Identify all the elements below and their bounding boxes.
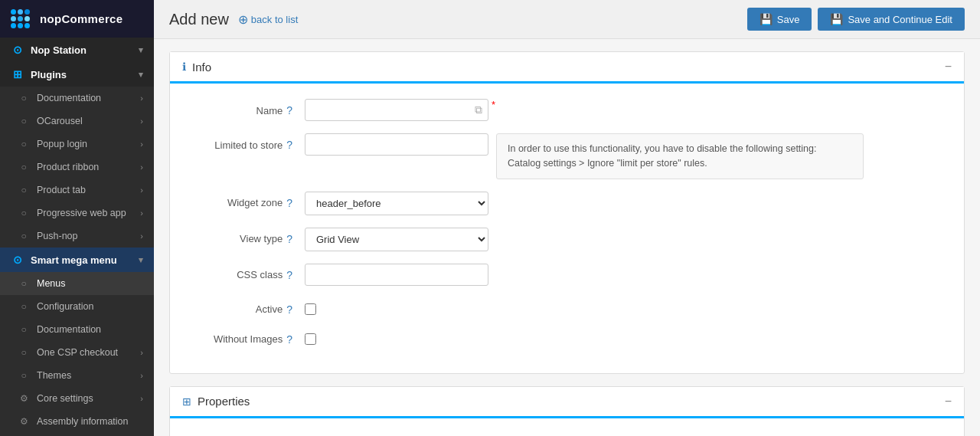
without-images-help-icon[interactable]: ? [286,333,292,346]
circle-icon: ○ [17,324,31,335]
without-images-label: Without Images ? [182,328,305,346]
css-class-field-group: CSS class ? [182,264,952,286]
circle-icon: ○ [17,116,31,126]
limited-to-store-label-text: Limited to store [214,139,283,151]
without-images-label-text: Without Images [214,333,283,345]
sidebar-item-documentation[interactable]: ○ Documentation › [0,87,154,110]
properties-panel: ⊞ Properties − Save menu first to add it… [169,386,965,437]
widget-zone-label-text: Widget zone [227,197,283,208]
sidebar-item-themes[interactable]: ○ Themes › [0,364,154,387]
limited-to-store-field-group: Limited to store ? In order to use this … [182,133,952,179]
limited-store-help-icon[interactable]: ? [286,139,292,151]
sidebar-item-label: Documentation [37,324,101,335]
name-input[interactable] [305,99,488,121]
smart-menu-icon: ⊙ [11,254,24,266]
sidebar: nopCommerce ⊙ Nop Station ▾ ⊞ Plugins ▾ … [0,0,154,436]
info-panel-collapse-button[interactable]: − [945,60,952,74]
properties-panel-title: ⊞ Properties [182,395,250,408]
sidebar-item-label: Push-nop [37,231,78,241]
circle-icon: ○ [17,301,31,312]
sidebar-item-nop-station[interactable]: ⊙ Nop Station ▾ [0,38,154,62]
limited-to-store-input[interactable] [305,133,488,156]
save-continue-button[interactable]: 💾 Save and Continue Edit [818,8,965,31]
circle-icon: ○ [17,162,31,172]
sidebar-item-product-tab[interactable]: ○ Product tab › [0,179,154,202]
circle-icon: ○ [17,93,31,103]
chevron-down-icon: ▾ [139,70,143,80]
sidebar-item-label: Smart mega menu [31,254,117,266]
sidebar-item-label: OCarousel [37,116,83,126]
sidebar-header: nopCommerce [0,0,154,38]
chevron-right-icon: › [140,116,143,126]
back-arrow-icon: ⊕ [238,12,248,27]
widget-zone-help-icon[interactable]: ? [286,197,292,209]
chevron-right-icon: › [140,231,143,241]
css-class-input[interactable] [305,264,488,286]
active-checkbox[interactable] [305,303,316,315]
gear-icon: ⚙ [17,416,31,427]
circle-icon: ○ [17,347,31,358]
chevron-right-icon: › [140,348,143,357]
sidebar-item-label: Plugins [31,69,67,80]
sidebar-item-configuration[interactable]: ○ Configuration [0,295,154,318]
css-class-label-text: CSS class [237,269,283,280]
sidebar-item-label: Popup login [37,139,87,149]
main-content: Add new ⊕ back to list 💾 Save 💾 Save and… [154,0,980,436]
sidebar-item-assembly-information[interactable]: ⚙ Assembly information [0,410,154,433]
save-icon: 💾 [760,13,773,25]
info-panel-title: ℹ Info [182,61,211,74]
topbar: Add new ⊕ back to list 💾 Save 💾 Save and… [154,0,980,39]
grid-icon: ⊞ [182,395,191,408]
sidebar-item-menus[interactable]: ○ Menus [0,272,154,295]
info-panel-header: ℹ Info − [170,52,964,84]
sidebar-item-progressive-web-app[interactable]: ○ Progressive web app › [0,202,154,225]
sidebar-item-label: One CSP checkout [37,347,118,358]
sidebar-item-popup-login[interactable]: ○ Popup login › [0,133,154,156]
properties-panel-header: ⊞ Properties − [170,387,964,418]
save-label: Save [777,14,800,25]
active-field-group: Active ? [182,298,952,316]
sidebar-item-label: Progressive web app [37,208,126,218]
view-type-select[interactable]: Grid View List View [305,228,488,251]
chevron-down-icon: ▾ [139,255,143,265]
sidebar-item-product-ribbon[interactable]: ○ Product ribbon › [0,156,154,179]
active-help-icon[interactable]: ? [286,303,292,316]
name-help-icon[interactable]: ? [286,104,292,116]
sidebar-item-label: Menus [37,278,66,289]
gear-icon: ⚙ [17,393,31,404]
nop-station-icon: ⊙ [11,44,24,56]
without-images-checkbox[interactable] [305,333,316,345]
chevron-right-icon: › [140,93,143,103]
view-type-field-group: View type ? Grid View List View [182,228,952,251]
info-panel: ℹ Info − Name ? ⧉ * [169,51,965,374]
sidebar-item-core-settings[interactable]: ⚙ Core settings › [0,387,154,410]
save-button[interactable]: 💾 Save [747,8,812,31]
topbar-left: Add new ⊕ back to list [169,11,298,28]
sidebar-item-plugins[interactable]: ⊞ Plugins ▾ [0,62,154,87]
chevron-down-icon: ▾ [139,45,143,55]
copy-icon[interactable]: ⧉ [475,103,482,116]
properties-panel-collapse-button[interactable]: − [945,395,952,408]
active-label-text: Active [256,303,283,315]
chevron-right-icon: › [140,185,143,195]
plugins-icon: ⊞ [11,68,24,80]
circle-icon: ○ [17,185,31,195]
without-images-field-group: Without Images ? [182,328,952,346]
limited-to-store-label: Limited to store ? [182,133,305,151]
sidebar-item-push-nop[interactable]: ○ Push-nop › [0,225,154,248]
info-panel-title-text: Info [192,61,211,74]
back-to-list-link[interactable]: ⊕ back to list [238,12,298,27]
sidebar-item-documentation2[interactable]: ○ Documentation [0,318,154,341]
view-type-help-icon[interactable]: ? [286,233,292,245]
css-class-help-icon[interactable]: ? [286,269,292,281]
widget-zone-select[interactable]: header_before header_after footer_before… [305,192,488,215]
sidebar-item-smart-mega-menu[interactable]: ⊙ Smart mega menu ▾ [0,248,154,272]
sidebar-item-ocarousel[interactable]: ○ OCarousel › [0,110,154,133]
brand-name: nopCommerce [40,12,122,25]
chevron-right-icon: › [140,371,143,380]
name-label-text: Name [256,105,283,116]
sidebar-item-one-csp-checkout[interactable]: ○ One CSP checkout › [0,341,154,364]
sidebar-item-report-a-bug[interactable]: ⚙ Report a bug [0,433,154,436]
sidebar-item-label: Themes [37,370,71,381]
save-continue-label: Save and Continue Edit [848,14,952,25]
